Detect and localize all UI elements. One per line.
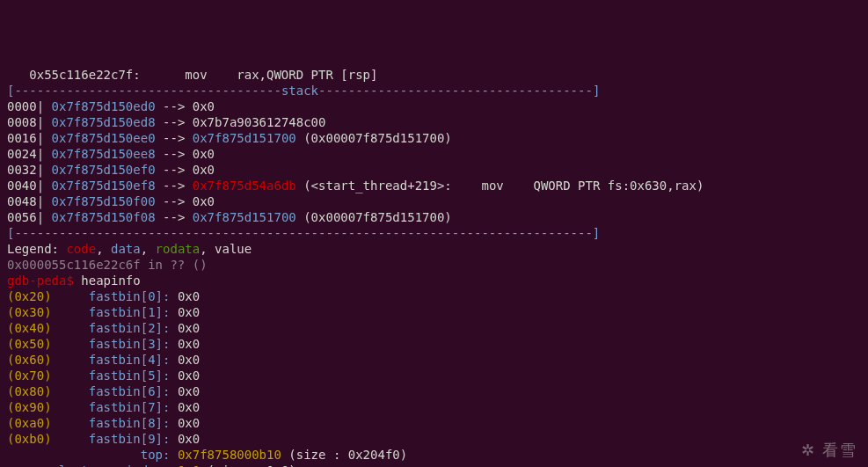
terminal-line: [---------------------------------------… xyxy=(7,225,861,241)
arrow: --> xyxy=(156,163,193,177)
stack-addr: 0x7f875d150f00 xyxy=(52,194,156,208)
fastbin-label: fastbin[3]: xyxy=(52,337,178,351)
stack-value: 0x7f875d151700 xyxy=(193,210,296,224)
fastbin-value: 0x0 xyxy=(178,416,200,430)
terminal-line: (0x20) fastbin[0]: 0x0 xyxy=(7,288,861,304)
stack-value: 0x7f875d54a6db xyxy=(193,179,296,193)
terminal-line: (0x40) fastbin[2]: 0x0 xyxy=(7,320,861,336)
stack-offset: 0048 xyxy=(7,194,37,208)
fastbin-label: fastbin[0]: xyxy=(52,289,178,303)
fastbin-value: 0x0 xyxy=(178,305,200,319)
fastbin-value: 0x0 xyxy=(178,321,200,335)
section-title-stack: stack xyxy=(281,84,318,98)
stack-addr: 0x7f875d150ed8 xyxy=(52,115,156,129)
stack-value: 0x0 xyxy=(193,99,215,113)
legend-label: Legend: xyxy=(7,242,66,256)
stack-addr: 0x7f875d150ee0 xyxy=(52,131,156,145)
terminal-line: 0024| 0x7f875d150ee8 --> 0x0 xyxy=(7,146,861,162)
comma: , xyxy=(141,242,156,256)
arrow: --> xyxy=(156,194,193,208)
command-input[interactable]: heapinfo xyxy=(74,274,141,288)
fastbin-size: (0xb0) xyxy=(7,432,52,446)
heap-top-label: top: xyxy=(7,448,178,462)
pipe: | xyxy=(37,115,52,129)
fastbin-size: (0xa0) xyxy=(7,416,52,430)
terminal-line: (0x80) fastbin[6]: 0x0 xyxy=(7,383,861,399)
divider: [------------------------------------ xyxy=(7,84,281,98)
terminal-line: (0x60) fastbin[4]: 0x0 xyxy=(7,352,861,368)
stack-offset: 0000 xyxy=(7,99,37,113)
fastbin-label: fastbin[4]: xyxy=(52,353,178,367)
fastbin-value: 0x0 xyxy=(178,384,200,398)
heap-top-size: (size : 0x204f0) xyxy=(281,448,407,462)
terminal-line: (0xb0) fastbin[9]: 0x0 xyxy=(7,431,861,447)
current-location: 0x000055c116e22c6f in ?? () xyxy=(7,258,208,272)
heap-lr-label: last_remainder: xyxy=(7,463,178,467)
terminal-line: 0056| 0x7f875d150f08 --> 0x7f875d151700 … xyxy=(7,209,861,225)
pipe: | xyxy=(37,194,52,208)
stack-addr: 0x7f875d150ee8 xyxy=(52,147,156,161)
arrow: --> xyxy=(156,115,193,129)
terminal-line: 0000| 0x7f875d150ed0 --> 0x0 xyxy=(7,99,861,114)
terminal-line: 0x55c116e22c7f: mov rax,QWORD PTR [rsp] xyxy=(7,67,861,83)
pipe: | xyxy=(37,131,52,145)
fastbin-label: fastbin[9]: xyxy=(52,432,178,446)
stack-offset: 0008 xyxy=(7,115,37,129)
terminal-line: 0048| 0x7f875d150f00 --> 0x0 xyxy=(7,193,861,209)
fastbin-size: (0x70) xyxy=(7,368,52,383)
fastbin-size: (0x50) xyxy=(7,337,52,351)
terminal-line: (0xa0) fastbin[8]: 0x0 xyxy=(7,415,861,431)
gdb-prompt[interactable]: gdb-peda$ xyxy=(7,274,74,288)
stack-offset: 0016 xyxy=(7,131,37,145)
legend-rodata: rodata xyxy=(156,242,201,256)
fastbin-label: fastbin[6]: xyxy=(52,384,178,398)
terminal-line: 0008| 0x7f875d150ed8 --> 0x7b7a903612748… xyxy=(7,114,861,130)
legend-data: data xyxy=(111,242,141,256)
terminal-line: Legend: code, data, rodata, value xyxy=(7,241,861,257)
terminal-line: gdb-peda$ heapinfo xyxy=(7,273,861,288)
stack-annotation: (<start_thread+219>: mov QWORD PTR fs:0x… xyxy=(296,179,704,193)
fastbin-value: 0x0 xyxy=(178,289,200,303)
arrow: --> xyxy=(156,99,193,113)
fastbin-value: 0x0 xyxy=(178,353,200,367)
disasm-instr: mov rax,QWORD PTR [rsp] xyxy=(185,68,377,82)
arrow: --> xyxy=(156,210,193,224)
stack-annotation: (0x00007f875d151700) xyxy=(296,210,452,224)
arrow: --> xyxy=(156,131,193,145)
divider: -------------------------------------] xyxy=(318,84,600,98)
fastbin-size: (0x30) xyxy=(7,305,52,319)
fastbin-size: (0x40) xyxy=(7,321,52,335)
terminal-line: 0016| 0x7f875d150ee0 --> 0x7f875d151700 … xyxy=(7,130,861,146)
watermark: ✲ 看雪 xyxy=(801,442,857,458)
fastbin-size: (0x20) xyxy=(7,289,52,303)
heap-lr-addr: 0x0 xyxy=(178,463,200,467)
stack-offset: 0024 xyxy=(7,147,37,161)
terminal-line: (0x30) fastbin[1]: 0x0 xyxy=(7,304,861,320)
heap-lr-size: (size : 0x0) xyxy=(200,463,296,467)
stack-addr: 0x7f875d150ef8 xyxy=(52,179,156,193)
heap-top-addr: 0x7f8758000b10 xyxy=(178,448,281,462)
terminal-line: last_remainder: 0x0 (size : 0x0) xyxy=(7,463,861,467)
fastbin-label: fastbin[2]: xyxy=(52,321,178,335)
comma: , xyxy=(96,242,111,256)
stack-value: 0x0 xyxy=(193,194,215,208)
stack-addr: 0x7f875d150ed0 xyxy=(52,99,156,113)
stack-value: 0x7b7a903612748c00 xyxy=(193,115,326,129)
stack-addr: 0x7f875d150ef0 xyxy=(52,163,156,177)
fastbin-size: (0x60) xyxy=(7,353,52,367)
terminal-output: 0x55c116e22c7f: mov rax,QWORD PTR [rsp][… xyxy=(7,67,861,467)
stack-annotation: (0x00007f875d151700) xyxy=(296,131,452,145)
fastbin-label: fastbin[7]: xyxy=(52,400,178,414)
fastbin-value: 0x0 xyxy=(178,368,200,383)
fastbin-size: (0x90) xyxy=(7,400,52,414)
stack-value: 0x0 xyxy=(193,163,215,177)
pipe: | xyxy=(37,163,52,177)
fastbin-size: (0x80) xyxy=(7,384,52,398)
pipe: | xyxy=(37,179,52,193)
legend-value: , value xyxy=(200,242,252,256)
disasm-addr: 0x55c116e22c7f: xyxy=(7,68,185,82)
fastbin-value: 0x0 xyxy=(178,400,200,414)
fastbin-label: fastbin[5]: xyxy=(52,368,178,383)
stack-offset: 0040 xyxy=(7,179,37,193)
terminal-line: (0x90) fastbin[7]: 0x0 xyxy=(7,399,861,415)
